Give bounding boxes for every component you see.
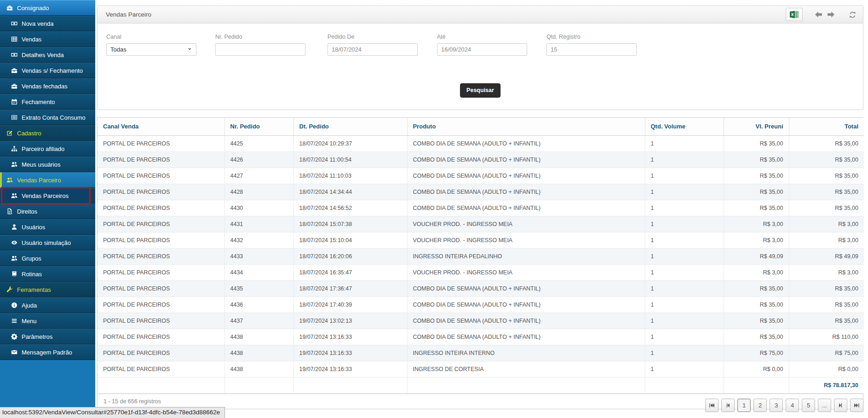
sidebar-item-parceiro-afiliado[interactable]: Parceiro afiliado	[0, 141, 95, 157]
canal-select[interactable]: Todas	[106, 43, 196, 56]
sidebar-item-cadastro[interactable]: Cadastro	[0, 125, 95, 141]
gear-icon	[11, 333, 17, 340]
table-cell: 4435	[224, 280, 293, 296]
pagination-page-3[interactable]: 3	[770, 399, 783, 412]
sidebar-item-usuarios[interactable]: Usuários	[0, 219, 95, 235]
sidebar-item-direitos[interactable]: Direitos	[0, 203, 95, 219]
table-cell: R$ 35,00	[789, 184, 864, 200]
sidebar-item-extrato-conta-consumo[interactable]: Extrato Conta Consumo	[0, 110, 95, 125]
wrench-icon	[6, 286, 13, 293]
users-icon	[6, 177, 13, 183]
ate-input[interactable]	[437, 43, 527, 56]
sidebar-item-fechamento[interactable]: Fechamento	[0, 94, 95, 110]
arrow-left-icon	[815, 11, 822, 18]
table-row[interactable]: PORTAL DE PARCEIROS443618/07/2024 17:40:…	[98, 296, 864, 313]
table-row[interactable]: PORTAL DE PARCEIROS443018/07/2024 14:56:…	[98, 200, 864, 216]
sidebar-item-label: Cadastro	[17, 130, 41, 137]
sidebar-item-label: Direitos	[17, 208, 37, 215]
main-content: Vendas Parceiro Pesquisar CanalTodasNr. …	[95, 0, 868, 418]
table-row[interactable]: PORTAL DE PARCEIROS443418/07/2024 16:35:…	[98, 264, 864, 280]
table-row[interactable]: PORTAL DE PARCEIROS443819/07/2024 13:16:…	[98, 345, 864, 361]
column-header-total[interactable]: Total	[789, 118, 864, 135]
sidebar-item-usuario-simulacao[interactable]: Usuário simulação	[0, 235, 95, 250]
table-cell: 1	[645, 135, 724, 151]
column-header-canal-venda[interactable]: Canal Venda	[98, 118, 224, 135]
sitemap-icon	[11, 145, 17, 152]
form-field-qtd-registro: Qtd. Registro	[546, 34, 637, 56]
sidebar-item-menu[interactable]: Menu	[0, 313, 95, 329]
sidebar-item-rotinas[interactable]: Rotinas	[0, 266, 95, 282]
sidebar-item-grupos[interactable]: Grupos	[0, 250, 95, 266]
sidebar-item-nova-venda[interactable]: Nova venda	[0, 16, 95, 31]
pagination-page-2[interactable]: 2	[753, 399, 767, 412]
sidebar-item-mensagem-padrao[interactable]: Mensagem Padrão	[0, 344, 95, 360]
refresh-button[interactable]	[849, 11, 857, 18]
table-cell: 1	[645, 184, 724, 200]
pagination-last-button[interactable]	[850, 399, 863, 412]
total-row: R$ 78.817,30	[98, 377, 864, 393]
export-excel-button[interactable]	[786, 8, 803, 21]
table-row[interactable]: PORTAL DE PARCEIROS442818/07/2024 14:34:…	[98, 184, 864, 200]
table-cell: 18/07/2024 14:34:44	[293, 184, 407, 200]
column-header-vl-preuni[interactable]: Vl. Preuni	[724, 118, 789, 135]
sidebar-item-detalhes-venda[interactable]: Detalhes Venda	[0, 47, 95, 63]
column-header-nr-pedido[interactable]: Nr. Pedido	[224, 118, 293, 135]
forward-button[interactable]	[827, 11, 835, 18]
table-cell: VOUCHER PROD. - INGRESSO MEIA	[407, 216, 645, 232]
sidebar-item-label: Rotinas	[22, 271, 42, 278]
pagination-prev-button[interactable]	[721, 399, 735, 412]
table-cell: R$ 110,00	[789, 329, 864, 345]
column-header-produto[interactable]: Produto	[407, 118, 645, 135]
table-cell: VOUCHER PROD. - INGRESSO MEIA	[407, 232, 645, 248]
pesquisar-button[interactable]: Pesquisar	[460, 83, 500, 98]
sidebar-item-vendas[interactable]: Vendas	[0, 31, 95, 47]
pagination-first-button[interactable]	[705, 399, 719, 412]
sidebar-menu: ConsignadoNova vendaVendasDetalhes Venda…	[0, 0, 95, 360]
book-icon	[11, 271, 17, 277]
briefcase-icon	[11, 67, 17, 74]
table-cell: PORTAL DE PARCEIROS	[98, 345, 224, 361]
pagination-ellipsis[interactable]: ...	[818, 399, 831, 412]
sidebar-item-vendas-s-fechamento[interactable]: Vendas s/ Fechamento	[0, 63, 95, 78]
sidebar-item-label: Vendas fechadas	[22, 83, 68, 90]
column-header-qtd-volume[interactable]: Qtd. Volume	[645, 118, 724, 135]
back-button[interactable]	[815, 11, 822, 18]
table-cell: 4438	[224, 345, 293, 361]
table-row[interactable]: PORTAL DE PARCEIROS443819/07/2024 13:16:…	[98, 329, 864, 345]
pagination-page-4[interactable]: 4	[786, 399, 799, 412]
sidebar-item-meus-usuarios[interactable]: Meus usuários	[0, 157, 95, 172]
sidebar-item-vendas-parceiro[interactable]: Vendas Parceiro	[0, 172, 95, 188]
table-cell: PORTAL DE PARCEIROS	[98, 232, 224, 248]
pagination-next-button[interactable]	[834, 399, 847, 412]
table-row[interactable]: PORTAL DE PARCEIROS443118/07/2024 15:07:…	[98, 216, 864, 232]
table-cell: 1	[645, 168, 724, 184]
sidebar-item-label: Vendas Parceiro	[17, 177, 61, 184]
pagination-page-5[interactable]: 5	[802, 399, 815, 412]
table-row[interactable]: PORTAL DE PARCEIROS443518/07/2024 17:36:…	[98, 280, 864, 296]
form-field-pedido-de: Pedido De	[328, 34, 418, 56]
table-row[interactable]: PORTAL DE PARCEIROS443218/07/2024 15:10:…	[98, 232, 864, 248]
table-cell: COMBO DIA DE SEMANA (ADULTO + INFANTIL)	[407, 168, 645, 184]
column-header-dt-pedido[interactable]: Dt. Pedido	[293, 118, 407, 135]
grand-total: R$ 78.817,30	[789, 377, 864, 393]
table-cell: R$ 35,00	[724, 168, 789, 184]
table-row[interactable]: PORTAL DE PARCEIROS442718/07/2024 11:10:…	[98, 168, 864, 184]
pedido-de-input[interactable]	[328, 43, 418, 56]
sidebar-item-consignado[interactable]: Consignado	[0, 0, 95, 16]
qtd-registro-input[interactable]	[546, 43, 637, 56]
sidebar-item-vendas-fechadas[interactable]: Vendas fechadas	[0, 78, 95, 94]
sidebar-item-parametros[interactable]: Parâmetros	[0, 329, 95, 344]
sidebar-item-label: Usuários	[22, 224, 45, 231]
table-row[interactable]: PORTAL DE PARCEIROS443719/07/2024 13:02:…	[98, 313, 864, 329]
table-row[interactable]: PORTAL DE PARCEIROS442618/07/2024 11:00:…	[98, 151, 864, 168]
table-row[interactable]: PORTAL DE PARCEIROS443819/07/2024 13:16:…	[98, 361, 864, 377]
sidebar-item-vendas-parceiros[interactable]: Vendas Parceiros	[0, 188, 95, 203]
sidebar-item-ajuda[interactable]: Ajuda	[0, 297, 95, 313]
table-row[interactable]: PORTAL DE PARCEIROS442518/07/2024 10:29:…	[98, 135, 864, 151]
table-row[interactable]: PORTAL DE PARCEIROS443318/07/2024 16:20:…	[98, 248, 864, 264]
pagination-page-1[interactable]: 1	[737, 399, 751, 412]
table-cell: COMBO DIA DE SEMANA (ADULTO + INFANTIL)	[407, 135, 645, 151]
table-cell: PORTAL DE PARCEIROS	[98, 135, 224, 151]
sidebar-item-ferramentas[interactable]: Ferramentas	[0, 282, 95, 297]
nr-pedido-input[interactable]	[215, 43, 305, 56]
